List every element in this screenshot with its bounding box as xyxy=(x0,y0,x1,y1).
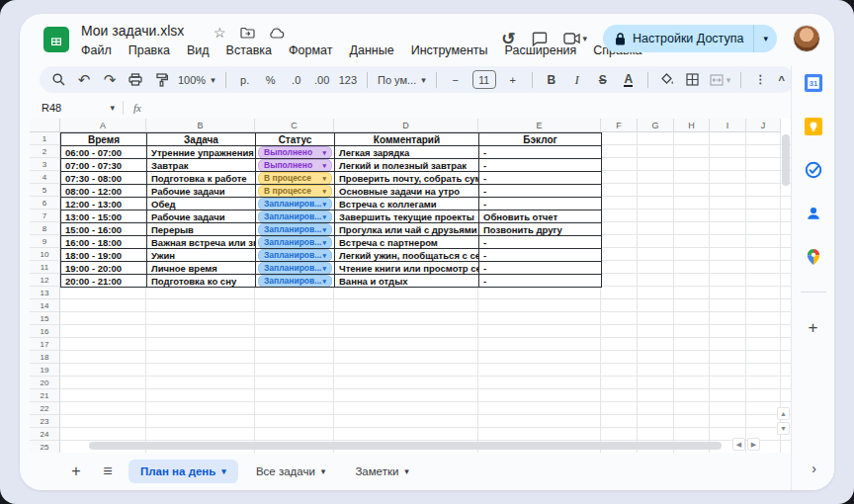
cell-backlog[interactable]: - xyxy=(479,146,602,159)
sheet-tab-все-задачи[interactable]: Все задачи▾ xyxy=(244,460,337,483)
row-header-24[interactable]: 24 xyxy=(30,428,60,441)
cell-task[interactable]: Обед xyxy=(147,198,256,210)
increase-font-size-button[interactable]: + xyxy=(504,70,522,90)
menu-правка[interactable]: Правка xyxy=(128,43,170,57)
comments-icon[interactable] xyxy=(532,32,548,46)
cell-time[interactable]: 15:00 - 16:00 xyxy=(61,223,147,236)
cell-status[interactable]: Выполнено▾ xyxy=(256,159,335,172)
cell-backlog[interactable]: - xyxy=(479,275,602,288)
tasks-icon[interactable] xyxy=(805,161,822,179)
status-chip[interactable]: Запланиров...▾ xyxy=(258,249,332,262)
zoom-control[interactable]: 100%▾ xyxy=(178,74,215,86)
cell-task[interactable]: Завтрак xyxy=(147,159,256,172)
move-folder-icon[interactable] xyxy=(240,27,255,39)
status-chip[interactable]: Запланиров...▾ xyxy=(258,262,332,275)
column-header-H[interactable]: H xyxy=(674,119,710,132)
row-header-9[interactable]: 9 xyxy=(30,235,60,248)
paint-format-icon[interactable] xyxy=(152,70,170,90)
column-header-F[interactable]: F xyxy=(601,119,638,132)
cell-time[interactable]: 13:00 - 15:00 xyxy=(61,210,147,223)
text-color-button[interactable]: A xyxy=(620,70,638,90)
cell-time[interactable]: 18:00 - 19:00 xyxy=(61,249,147,262)
row-header-22[interactable]: 22 xyxy=(30,402,60,415)
vertical-scrollbar[interactable] xyxy=(782,134,790,186)
scroll-down-button[interactable]: ▼ xyxy=(777,422,790,435)
cell-time[interactable]: 08:00 - 12:00 xyxy=(61,185,147,198)
row-header-25[interactable]: 25 xyxy=(30,441,60,453)
column-header-E[interactable]: E xyxy=(478,119,601,132)
cell-backlog[interactable]: - xyxy=(479,185,602,198)
all-sheets-button[interactable]: ≡ xyxy=(97,462,119,480)
cell-comment[interactable]: Легкий ужин, пообщаться с семьей xyxy=(335,249,479,262)
row-header-14[interactable]: 14 xyxy=(30,299,60,312)
increase-decimal-button[interactable]: .00 xyxy=(313,70,331,90)
row-header-13[interactable]: 13 xyxy=(30,287,60,299)
status-chip[interactable]: Запланиров...▾ xyxy=(258,210,332,223)
bold-button[interactable]: B xyxy=(543,70,560,90)
name-box[interactable]: R48 ▾ xyxy=(30,102,123,114)
table-header-cell[interactable]: Задача xyxy=(147,133,256,146)
contacts-icon[interactable] xyxy=(805,205,822,222)
cell-time[interactable]: 19:00 - 20:00 xyxy=(61,262,147,275)
cell-status[interactable]: Выполнено▾ xyxy=(256,146,335,159)
status-chip[interactable]: Выполнено▾ xyxy=(258,159,332,172)
column-header-A[interactable]: A xyxy=(60,119,146,132)
cell-comment[interactable]: Чтение книги или просмотр сериала xyxy=(335,262,479,275)
document-title[interactable]: Мои задачи.xlsx xyxy=(81,23,184,39)
status-chip[interactable]: Запланиров...▾ xyxy=(258,275,332,288)
row-header-5[interactable]: 5 xyxy=(30,184,60,197)
row-header-12[interactable]: 12 xyxy=(30,274,60,287)
cell-task[interactable]: Важная встреча или звонки xyxy=(147,236,256,249)
cell-task[interactable]: Подготовка к работе xyxy=(147,172,256,185)
hide-side-panel-icon[interactable]: › xyxy=(811,461,816,476)
cell-status[interactable]: В процессе▾ xyxy=(256,172,335,185)
cloud-status-icon[interactable] xyxy=(269,28,285,39)
cell-status[interactable]: Запланиров...▾ xyxy=(256,198,335,210)
cell-backlog[interactable]: - xyxy=(479,198,602,210)
row-header-20[interactable]: 20 xyxy=(30,377,60,389)
format-currency-button[interactable]: р. xyxy=(236,70,254,90)
cell-time[interactable]: 20:00 - 21:00 xyxy=(61,275,147,288)
font-size-input[interactable]: 11 xyxy=(472,70,496,89)
font-select[interactable]: По ум...▾ xyxy=(378,74,426,86)
row-header-6[interactable]: 6 xyxy=(30,197,60,210)
scroll-right-button[interactable]: ▶ xyxy=(747,438,760,451)
cell-backlog[interactable]: - xyxy=(479,236,602,249)
select-all-corner[interactable] xyxy=(30,119,60,132)
share-dropdown-icon[interactable]: ▾ xyxy=(754,34,777,43)
maps-icon[interactable] xyxy=(806,248,821,266)
status-dropdown-icon[interactable]: ▾ xyxy=(322,237,326,248)
keep-icon[interactable] xyxy=(805,118,822,135)
cell-status[interactable]: В процессе▾ xyxy=(256,185,335,198)
status-dropdown-icon[interactable]: ▾ xyxy=(322,211,326,222)
meet-video-icon[interactable]: ▾ xyxy=(563,33,588,44)
print-icon[interactable] xyxy=(127,70,144,90)
row-header-17[interactable]: 17 xyxy=(30,338,60,351)
cell-backlog[interactable]: - xyxy=(479,159,602,172)
cell-status[interactable]: Запланиров...▾ xyxy=(256,210,335,223)
toolbar-overflow-icon[interactable]: ⋮ xyxy=(751,70,769,90)
decrease-font-size-button[interactable]: − xyxy=(447,70,465,90)
cell-status[interactable]: Запланиров...▾ xyxy=(256,275,335,288)
cell-task[interactable]: Перерыв xyxy=(147,223,256,236)
status-dropdown-icon[interactable]: ▾ xyxy=(322,263,326,274)
undo-icon[interactable]: ↶ xyxy=(75,70,93,90)
row-header-21[interactable]: 21 xyxy=(30,389,60,402)
sheet-tab-план-на-день[interactable]: План на день▾ xyxy=(128,460,238,483)
status-chip[interactable]: Запланиров...▾ xyxy=(258,236,332,249)
share-button[interactable]: Настройки Доступа ▾ xyxy=(603,25,777,52)
table-header-cell[interactable]: Время xyxy=(61,133,147,146)
status-chip[interactable]: Запланиров...▾ xyxy=(258,198,332,210)
star-icon[interactable]: ☆ xyxy=(214,25,226,41)
search-icon[interactable] xyxy=(49,70,67,90)
fill-color-icon[interactable] xyxy=(658,70,676,90)
row-header-4[interactable]: 4 xyxy=(30,171,60,184)
status-dropdown-icon[interactable]: ▾ xyxy=(322,147,326,158)
version-history-icon[interactable]: ↺ xyxy=(501,31,515,47)
format-percent-button[interactable]: % xyxy=(262,70,280,90)
cell-status[interactable]: Запланиров...▾ xyxy=(256,236,335,249)
sheet-tab-dropdown-icon[interactable]: ▾ xyxy=(321,466,326,476)
spreadsheet-grid[interactable]: ABCDEFGHIJ 12345678910111213141516171819… xyxy=(30,119,791,453)
cell-task[interactable]: Ужин xyxy=(147,249,256,262)
status-dropdown-icon[interactable]: ▾ xyxy=(322,173,326,184)
